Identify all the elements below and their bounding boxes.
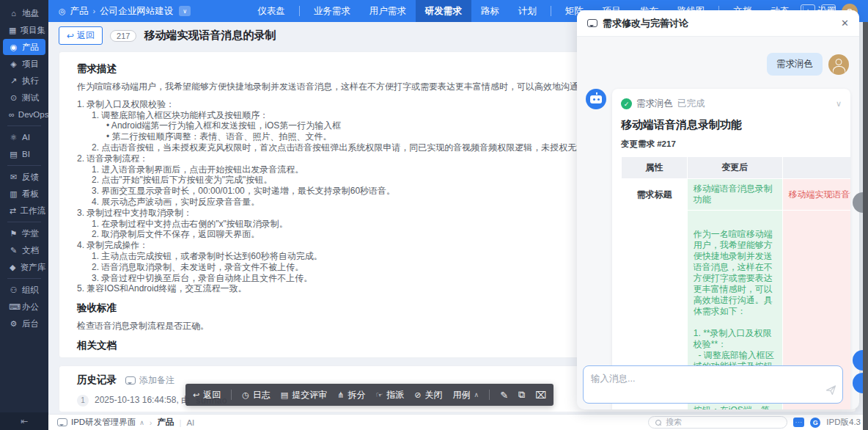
person-icon [836, 59, 842, 65]
toolbar-label: 用例 [453, 389, 471, 401]
sidebar-item-DevOps[interactable]: ∞DevOps [3, 106, 45, 123]
sidebar-icon: ◈ [9, 59, 18, 69]
toolbar-用例-button[interactable]: 用例 ∧ [453, 389, 479, 401]
sidebar-item-label: 项目集 [21, 25, 46, 36]
change-request-ref: 变更需求 #217 [621, 139, 842, 150]
sidebar-item-label: 反馈 [22, 172, 39, 183]
sidebar-item-BI[interactable]: ▤BI [3, 146, 45, 162]
breadcrumb-project[interactable]: 公司企业网站建设 [100, 5, 173, 18]
sidebar-item-资产库[interactable]: ◆资产库 [3, 259, 45, 275]
sidebar-item-执行[interactable]: ↗执行 [3, 73, 45, 89]
toolbar-关闭-button[interactable]: ⊘关闭 [414, 389, 442, 401]
sidebar-item-label: 组织 [22, 285, 39, 296]
history-entry-number: 1 [77, 395, 89, 407]
sidebar-item-后台[interactable]: ⚙后台 [3, 316, 45, 332]
sidebar-item-测试[interactable]: ⊙测试 [3, 90, 45, 106]
search-icon [655, 420, 661, 426]
back-button[interactable]: ↩ 返回 [59, 26, 103, 45]
sidebar-item-产品[interactable]: ◉产品 [3, 39, 45, 55]
send-icon[interactable] [825, 385, 836, 398]
back-label: 返回 [77, 29, 95, 42]
menu-divider [551, 6, 551, 16]
breadcrumb[interactable]: ◎ 产品 › 公司企业网站建设 ∨ [48, 5, 201, 18]
top-menu-item-用户需求[interactable]: 用户需求 [360, 0, 416, 22]
panel-body: 需求润色 ✓ 需求润色 已完成 ∨ 移动端语音消息录制功能 变更需求 #217 [577, 37, 859, 409]
toolbar-拆分-button[interactable]: ⋔拆分 [337, 389, 365, 401]
sidebar-item-工作流[interactable]: ⇄工作流 [3, 203, 45, 219]
app-switcher[interactable]: IPD研发管理界面 ∧ [57, 417, 144, 428]
statusbar-product-tab[interactable]: 产品 [157, 417, 174, 428]
ai-avatar [586, 89, 606, 109]
back-arrow-icon: ↩ [67, 31, 74, 41]
search-placeholder: 搜索 [666, 417, 682, 428]
top-menu-item-路标[interactable]: 路标 [471, 0, 509, 22]
toolbar-提交评审-button[interactable]: ▤提交评审 [281, 389, 327, 401]
project-switch-chevron-icon[interactable]: ∨ [179, 6, 191, 16]
sidebar-icon: ▥ [9, 189, 18, 199]
copy-icon[interactable]: ⧉ [518, 389, 525, 401]
chat-icon[interactable]: ··· [793, 418, 804, 427]
sidebar-icon: ∞ [9, 110, 15, 119]
ai-message: ✓ 需求润色 已完成 ∨ 移动端语音消息录制功能 变更需求 #217 属性 变更… [586, 89, 850, 409]
toolbar-指派-button[interactable]: ☞指派 [375, 389, 404, 401]
user-avatar [828, 54, 849, 75]
sidebar-item-项目集[interactable]: ▦项目集 [3, 22, 45, 38]
toolbar-label: 指派 [386, 389, 404, 401]
sidebar-item-label: 后台 [22, 318, 39, 329]
search-input[interactable]: 搜索 [648, 416, 787, 429]
edit-icon[interactable]: ✎ [500, 390, 508, 401]
sidebar-item-看板[interactable]: ▥看板 [3, 186, 45, 202]
location-pin-icon: ◎ [59, 7, 66, 16]
sidebar-icon: ⇄ [9, 206, 17, 216]
sidebar-item-label: 看板 [22, 189, 39, 200]
statusbar-divider: | [179, 418, 181, 427]
sidebar-item-文档[interactable]: ✎文档 [3, 242, 45, 258]
sidebar-item-label: AI [22, 133, 30, 142]
close-icon[interactable]: ✕ [841, 18, 849, 29]
message-input[interactable]: 输入消息... [583, 365, 843, 404]
sidebar-divider [7, 165, 41, 166]
sidebar-item-组织[interactable]: ⚇组织 [3, 282, 45, 298]
page-title: 移动端实现语音消息的录制 [144, 29, 276, 43]
sidebar-item-学堂[interactable]: ⚑学堂 [3, 225, 45, 241]
ai-result-card: ✓ 需求润色 已完成 ∨ 移动端语音消息录制功能 变更需求 #217 属性 变更… [612, 89, 850, 409]
top-menu-item-业务需求[interactable]: 业务需求 [304, 0, 360, 22]
chevron-down-icon[interactable]: ∨ [836, 99, 842, 109]
sidebar-item-label: 地盘 [22, 8, 39, 19]
add-note-label: 添加备注 [139, 374, 174, 387]
message-placeholder: 输入消息... [591, 373, 635, 384]
sidebar-item-反馈[interactable]: ✉反馈 [3, 169, 45, 185]
sidebar-icon: ◆ [9, 263, 17, 272]
sidebar-icon: ✉ [9, 172, 18, 182]
delete-icon[interactable]: ⌧ [535, 390, 546, 401]
zentao-logo: G [810, 418, 820, 428]
toolbar-日志-button[interactable]: ◷日志 [242, 389, 271, 401]
sidebar-item-项目[interactable]: ◈项目 [3, 56, 45, 72]
page-scrollbar[interactable] [863, 22, 868, 430]
sidebar-item-办公[interactable]: ⌨办公 [3, 299, 45, 315]
top-menu-item-仪表盘[interactable]: 仪表盘 [248, 0, 295, 22]
sidebar-item-label: 执行 [22, 76, 39, 87]
sidebar-item-地盘[interactable]: ⌂地盘 [3, 5, 45, 21]
sidebar-collapse-button[interactable]: ⇤ [0, 412, 48, 430]
sidebar-icon: ⌂ [9, 9, 18, 18]
ai-task-state: 已完成 [677, 98, 831, 110]
toolbar-icon: ▤ [281, 390, 288, 400]
sidebar-item-AI[interactable]: ⚛AI [3, 129, 45, 145]
toolbar-divider [489, 390, 490, 400]
breadcrumb-root[interactable]: 产品 [70, 5, 89, 18]
toolbar-返回-button[interactable]: ↩返回 [193, 389, 221, 401]
statusbar-ai-tab[interactable]: AI [186, 418, 194, 427]
add-note-button[interactable]: 添加备注 [125, 374, 174, 387]
sidebar-item-label: DevOps [18, 110, 49, 119]
diff-after-cell: 移动端语音消息录制功能 [687, 179, 782, 211]
sidebar-item-label: 资产库 [21, 262, 46, 273]
sidebar-icon: ⚑ [9, 229, 18, 238]
sidebar: ⌂地盘▦项目集◉产品◈项目↗执行⊙测试∞DevOps⚛AI▤BI✉反馈▥看板⇄工… [0, 0, 48, 430]
top-menu-item-计划[interactable]: 计划 [509, 0, 546, 22]
caret-icon: ∧ [474, 391, 479, 398]
discussion-icon [587, 19, 597, 27]
toolbar-label: 返回 [203, 389, 221, 401]
sidebar-icon: ⚙ [9, 319, 18, 329]
top-menu-item-研发需求[interactable]: 研发需求 [416, 0, 471, 22]
